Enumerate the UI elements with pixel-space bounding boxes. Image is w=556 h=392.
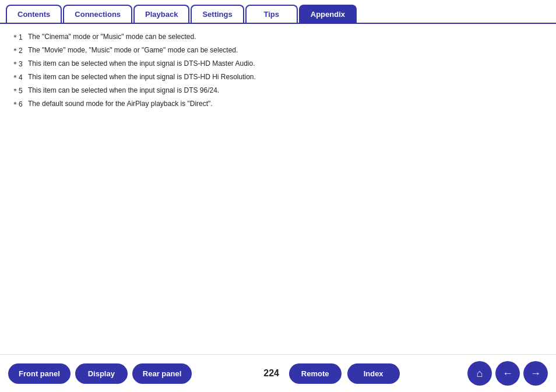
back-button[interactable]: ← bbox=[495, 361, 520, 386]
note-text: The "Cinema" mode or "Music" mode can be… bbox=[28, 33, 196, 41]
tab-connections[interactable]: Connections bbox=[63, 5, 132, 23]
front-panel-button[interactable]: Front panel bbox=[8, 363, 71, 384]
index-button[interactable]: Index bbox=[347, 363, 400, 384]
tab-playback[interactable]: Playback bbox=[133, 5, 189, 23]
tab-settings[interactable]: Settings bbox=[191, 5, 244, 23]
footer-left-buttons: Front panel Display Rear panel bbox=[8, 363, 192, 384]
note-marker: ＊3 bbox=[12, 59, 28, 69]
notes-list: ＊1The "Cinema" mode or "Music" mode can … bbox=[12, 33, 544, 110]
note-item: ＊4This item can be selected when the inp… bbox=[12, 73, 544, 83]
footer-right-buttons: ⌂ ← → bbox=[467, 361, 548, 386]
forward-button[interactable]: → bbox=[523, 361, 548, 386]
page-number: 224 bbox=[260, 368, 283, 379]
note-marker: ＊5 bbox=[12, 86, 28, 96]
note-marker: ＊2 bbox=[12, 46, 28, 56]
content-area: ＊1The "Cinema" mode or "Music" mode can … bbox=[0, 23, 556, 354]
footer: Front panel Display Rear panel 224 Remot… bbox=[0, 354, 556, 392]
note-text: This item can be selected when the input… bbox=[28, 73, 256, 81]
note-item: ＊2The "Movie" mode, "Music" mode or "Gam… bbox=[12, 46, 544, 56]
note-item: ＊6The default sound mode for the AirPlay… bbox=[12, 100, 544, 110]
tab-contents[interactable]: Contents bbox=[6, 5, 62, 23]
display-button[interactable]: Display bbox=[75, 363, 128, 384]
home-button[interactable]: ⌂ bbox=[467, 361, 492, 386]
nav-tabs: ContentsConnectionsPlaybackSettingsTipsA… bbox=[0, 0, 556, 23]
note-text: This item can be selected when the input… bbox=[28, 59, 255, 68]
footer-center: 224 Remote Index bbox=[260, 363, 400, 384]
remote-button[interactable]: Remote bbox=[289, 363, 342, 384]
note-text: The default sound mode for the AirPlay p… bbox=[28, 100, 213, 108]
tab-appendix[interactable]: Appendix bbox=[299, 5, 357, 23]
rear-panel-button[interactable]: Rear panel bbox=[132, 363, 192, 384]
note-marker: ＊4 bbox=[12, 73, 28, 83]
tab-tips[interactable]: Tips bbox=[245, 5, 298, 23]
note-text: This item can be selected when the input… bbox=[28, 86, 219, 94]
note-marker: ＊6 bbox=[12, 100, 28, 110]
note-text: The "Movie" mode, "Music" mode or "Game"… bbox=[28, 46, 238, 54]
note-marker: ＊1 bbox=[12, 33, 28, 43]
note-item: ＊3This item can be selected when the inp… bbox=[12, 59, 544, 69]
note-item: ＊1The "Cinema" mode or "Music" mode can … bbox=[12, 33, 544, 43]
note-item: ＊5This item can be selected when the inp… bbox=[12, 86, 544, 96]
